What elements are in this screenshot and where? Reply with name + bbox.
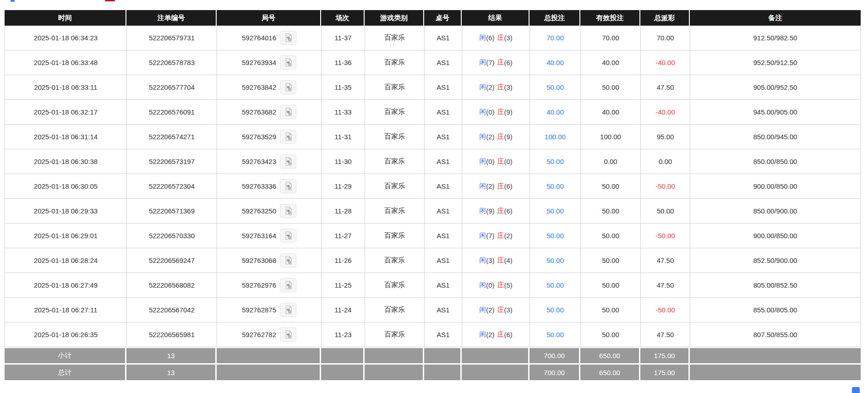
total-bet-cell: 50.00 bbox=[530, 75, 581, 99]
result-cell: 闲(2)庄(9) bbox=[462, 125, 530, 149]
top-left-button-fragment[interactable] bbox=[11, 0, 15, 2]
time-cell: 2025-01-18 06:33:11 bbox=[5, 75, 127, 99]
result-player-label: 闲 bbox=[479, 330, 486, 339]
table-body: 2025-01-18 06:34:23 522206579731 5927640… bbox=[5, 26, 861, 347]
remark-cell: 850.00/850.00 bbox=[690, 149, 860, 174]
video-replay-icon bbox=[284, 181, 293, 191]
bet-records-table: 时间注单编号局号场次游戏类别桌号结果总投注有效投注总派彩备注 2025-01-1… bbox=[5, 10, 861, 380]
bet-amount-link[interactable]: 50.00 bbox=[546, 158, 564, 165]
table-row: 2025-01-18 06:33:48 522206578783 5927639… bbox=[5, 50, 860, 75]
video-replay-button[interactable] bbox=[280, 204, 296, 218]
result-banker-value: (6) bbox=[504, 207, 513, 215]
total-empty bbox=[424, 365, 462, 380]
order-number-cell: 522206578783 bbox=[127, 50, 217, 75]
game-type-cell: 百家乐 bbox=[365, 26, 425, 50]
bottom-right-pagination-fragment[interactable] bbox=[852, 387, 860, 393]
time-cell: 2025-01-18 06:33:48 bbox=[5, 50, 127, 75]
valid-bet-cell: 50.00 bbox=[581, 174, 641, 198]
bet-amount-link[interactable]: 40.00 bbox=[546, 59, 564, 66]
video-replay-icon bbox=[284, 280, 293, 290]
round-number: 592763068 bbox=[242, 257, 276, 264]
payout-amount: 95.00 bbox=[657, 133, 674, 141]
round-number-cell: 592764016 bbox=[217, 26, 322, 50]
column-header-session: 场次 bbox=[321, 10, 365, 26]
payout-amount: -40.00 bbox=[655, 108, 675, 116]
bet-amount-link[interactable]: 50.00 bbox=[546, 182, 564, 190]
total-bet-cell: 100.00 bbox=[530, 125, 581, 149]
round-number-cell: 592763934 bbox=[217, 50, 322, 75]
order-number-cell: 522206579731 bbox=[127, 26, 217, 50]
video-replay-button[interactable] bbox=[280, 253, 296, 267]
bet-amount-link[interactable]: 50.00 bbox=[546, 232, 564, 240]
bet-amount-link[interactable]: 50.00 bbox=[546, 257, 564, 264]
session-cell: 11-27 bbox=[322, 224, 365, 248]
video-replay-button[interactable] bbox=[280, 55, 296, 70]
bet-amount-link[interactable]: 50.00 bbox=[546, 331, 564, 338]
result-player-label: 闲 bbox=[479, 306, 486, 314]
video-replay-button[interactable] bbox=[280, 80, 296, 94]
column-header-payout: 总派彩 bbox=[640, 10, 690, 26]
video-replay-button[interactable] bbox=[280, 179, 296, 193]
order-number-cell: 522206571369 bbox=[127, 199, 217, 223]
bet-amount-link[interactable]: 50.00 bbox=[546, 281, 564, 289]
video-replay-button[interactable] bbox=[280, 328, 296, 342]
result-banker-value: (9) bbox=[504, 133, 513, 141]
table-number-cell: AS1 bbox=[425, 50, 462, 75]
payout-cell: 47.50 bbox=[641, 75, 690, 99]
result-banker-label: 庄 bbox=[497, 231, 504, 240]
payout-amount: -50.00 bbox=[655, 306, 675, 314]
bet-amount-link[interactable]: 100.00 bbox=[545, 133, 566, 141]
result-player-label: 闲 bbox=[479, 207, 486, 215]
result-cell: 闲(3)庄(4) bbox=[462, 248, 530, 273]
result-cell: 闲(0)庄(0) bbox=[462, 149, 530, 174]
video-replay-button[interactable] bbox=[280, 154, 296, 169]
top-red-button-fragment[interactable] bbox=[105, 0, 115, 1]
round-number-cell: 592763068 bbox=[217, 248, 322, 273]
payout-amount: 0.00 bbox=[659, 158, 672, 165]
session-cell: 11-28 bbox=[322, 199, 365, 223]
column-header-bet: 总投注 bbox=[530, 10, 580, 26]
video-replay-button[interactable] bbox=[280, 130, 296, 144]
time-cell: 2025-01-18 06:31:14 bbox=[5, 125, 127, 149]
valid-bet-cell: 50.00 bbox=[581, 224, 641, 248]
total-bet-cell: 70.00 bbox=[530, 26, 581, 50]
result-banker-label: 庄 bbox=[497, 207, 504, 215]
result-cell: 闲(0)庄(5) bbox=[462, 273, 530, 297]
bet-amount-link[interactable]: 50.00 bbox=[546, 306, 564, 314]
result-banker-label: 庄 bbox=[497, 256, 504, 265]
table-row: 2025-01-18 06:26:35 522206565981 5927627… bbox=[5, 322, 860, 347]
total-row: 总计 13 700.00 650.00 175.00 bbox=[5, 365, 861, 380]
payout-cell: 47.50 bbox=[641, 248, 690, 273]
subtotal-empty bbox=[462, 348, 530, 363]
column-header-table_no: 桌号 bbox=[424, 10, 462, 26]
table-number-cell: AS1 bbox=[425, 149, 462, 174]
payout-cell: 47.50 bbox=[641, 273, 690, 297]
result-player-label: 闲 bbox=[479, 231, 486, 240]
round-number-cell: 592762875 bbox=[217, 298, 322, 322]
round-number: 592763423 bbox=[242, 158, 276, 165]
bet-amount-link[interactable]: 50.00 bbox=[546, 207, 564, 215]
video-replay-button[interactable] bbox=[280, 303, 296, 317]
video-replay-button[interactable] bbox=[280, 105, 296, 119]
video-replay-button[interactable] bbox=[280, 229, 296, 243]
bet-amount-link[interactable]: 50.00 bbox=[546, 83, 564, 91]
bet-amount-link[interactable]: 40.00 bbox=[546, 108, 564, 116]
video-replay-button[interactable] bbox=[280, 278, 296, 292]
valid-bet-cell: 50.00 bbox=[581, 248, 641, 273]
remark-cell: 852.50/900.00 bbox=[690, 248, 860, 273]
bet-amount-link[interactable]: 70.00 bbox=[546, 34, 564, 42]
total-bet-cell: 50.00 bbox=[530, 248, 581, 273]
total-bet-cell: 50.00 bbox=[530, 322, 581, 347]
video-replay-icon bbox=[284, 33, 293, 43]
result-cell: 闲(6)庄(3) bbox=[462, 26, 530, 50]
result-banker-value: (3) bbox=[504, 306, 513, 314]
result-player-value: (0) bbox=[486, 281, 494, 289]
game-type-cell: 百家乐 bbox=[365, 174, 425, 198]
payout-cell: -40.00 bbox=[641, 50, 690, 75]
round-number: 592763336 bbox=[242, 182, 276, 190]
table-row: 2025-01-18 06:34:23 522206579731 5927640… bbox=[5, 26, 860, 50]
column-header-valid: 有效投注 bbox=[580, 10, 640, 26]
valid-bet-cell: 50.00 bbox=[581, 199, 641, 223]
video-replay-button[interactable] bbox=[280, 31, 296, 45]
game-type-cell: 百家乐 bbox=[365, 50, 425, 75]
